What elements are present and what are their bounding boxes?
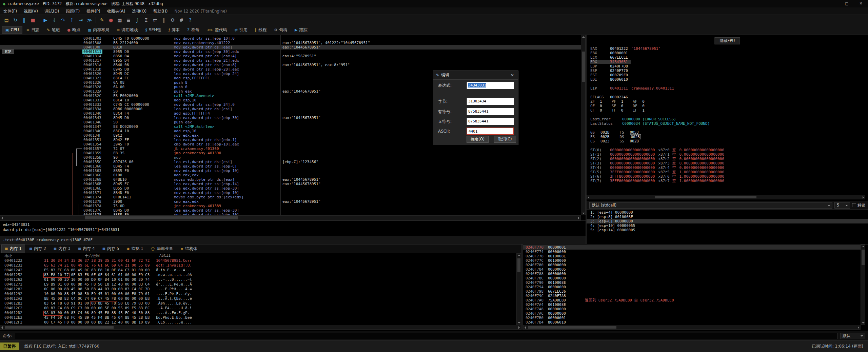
stack-row[interactable]: 0240F77C00100000 [523, 258, 865, 263]
disasm-row[interactable]: 0040137C8D45 D0lea eax,dword ptr ss:[ebp… [0, 208, 581, 213]
disasm-row[interactable]: 004013118955 D0mov dword ptr ss:[ebp-30]… [0, 50, 581, 54]
register-edi[interactable]: EDI80006010 [590, 77, 631, 82]
dump-row[interactable]: 004012F200 C7 45 F0 00 00 00 00 B8 22 12… [0, 320, 521, 325]
dump-tab-watch-1[interactable]: ◉监视 1 [123, 245, 147, 253]
disasm-row[interactable]: 0040137839D0cmp eax,edxeax:"10445678951" [0, 199, 581, 204]
unlock-checkbox-wrap[interactable]: 解锁 [852, 203, 865, 208]
stack-row[interactable]: 0240F7A075ADDE8D返回到 user32.75ADDE8D 自 us… [523, 298, 865, 302]
stack-horizontal-scrollbar[interactable] [523, 325, 861, 330]
pause-icon[interactable]: ‖ [20, 16, 28, 24]
command-profile-select[interactable]: 默认 [840, 333, 865, 339]
tab-threads[interactable]: ∥线程 [252, 26, 270, 34]
expression-input[interactable]: 34343031 [467, 82, 514, 89]
disasm-row[interactable]: 004013638B55 F0mov edx,dword ptr ss:[ebp… [0, 169, 581, 173]
dump-tab-memory-5[interactable]: ▦内存 5 [99, 245, 123, 253]
tab-source[interactable]: <>源代码 [203, 26, 230, 34]
command-input[interactable] [15, 333, 837, 339]
stack-row[interactable]: 0240F77000000001 [523, 245, 865, 250]
arg-row[interactable]: 1: [esp+4] 0000000D [587, 210, 868, 215]
tab-script[interactable]: ƒ脚本 [165, 26, 183, 34]
disasm-row[interactable]: 0040135772 07jb crakmeeasy.401360 [0, 146, 581, 151]
step-out-icon[interactable]: ↑ [67, 16, 76, 24]
calculator-icon[interactable]: # [177, 16, 186, 24]
stack-row[interactable]: 0240F7780010008E [523, 254, 865, 258]
disasm-vertical-scrollbar[interactable] [581, 35, 586, 215]
register-st2[interactable]: ST(2)00000000000000000000x87r2空0.0000000… [590, 157, 727, 161]
stack-row[interactable]: 0240F7B480006010 [523, 320, 865, 325]
menu-file[interactable]: 文件(F) [0, 7, 20, 15]
stack-vertical-scrollbar[interactable] [861, 245, 865, 325]
dump-tab-memory-2[interactable]: ▦内存 2 [26, 245, 50, 253]
memory-map-icon[interactable]: ▦ [115, 16, 124, 24]
disasm-row[interactable]: 0040137A75 0Djne crakmeeasy.401389 [0, 204, 581, 208]
disasm-row[interactable]: 0040136E8D55 D0lea edx,dword ptr ss:[ebp… [0, 186, 581, 191]
dump-tab-locals[interactable]: {}局部变量 [147, 245, 177, 253]
menu-options[interactable]: 选项(O) [129, 7, 150, 15]
dump-row[interactable]: 00401242E5 83 EC 68 8B 45 0C 83 F8 10 0F… [0, 268, 521, 273]
disasm-row[interactable]: 00401359EB 35jmp crakmeeasy.401390 [0, 151, 581, 155]
register-st7[interactable]: ST(7)3FFF8000000000000000x87r7空1.0000000… [590, 179, 727, 183]
tab-seh[interactable]: §SEH链 [142, 26, 164, 34]
stack-row[interactable]: 0240F7A800000000 [523, 307, 865, 311]
register-eip[interactable]: EIP00401311crakmeeasy.00401311 [590, 86, 677, 91]
arg-row[interactable]: 3: [esp+C] 00000000 [587, 219, 868, 223]
dump-row[interactable]: 004012820C 00 00 8B 45 08 50 E8 AA 03 00… [0, 287, 521, 292]
menu-trace[interactable]: 跟踪(T) [62, 7, 83, 15]
flags-row[interactable]: ZF1PF1AF0 [590, 99, 657, 104]
stack-row[interactable]: 0240F78400000005 [523, 267, 865, 272]
stack-row[interactable]: 0240F7A40010008E [523, 302, 865, 307]
stack-pane[interactable]: 0240F770000000010240F774000000000240F778… [523, 245, 865, 330]
stack-row[interactable]: 0240F7900010008E [523, 280, 865, 285]
register-st1[interactable]: ST(1)00000000000000000000x87r1空0.0000000… [590, 152, 727, 157]
register-edx[interactable]: EDX34343031 [590, 60, 631, 64]
patch-icon[interactable]: ✎ [98, 16, 106, 24]
disasm-row[interactable]: 004013718B4D F0mov ecx,dword ptr ss:[ebp… [0, 191, 581, 195]
register-last-error[interactable]: LastError00000000 (ERROR_SUCCESS) [590, 117, 679, 121]
disasm-row[interactable]: 0040130F8B10mov edx,dword ptr ds:[eax]ea… [0, 45, 581, 50]
log-icon[interactable]: ≣ [124, 16, 133, 24]
disasm-row[interactable]: 004013178955 D4mov dword ptr ss:[ebp-2C]… [0, 58, 581, 63]
arg-row[interactable]: 4: [esp+10] 00000055 [587, 223, 868, 228]
register-st3[interactable]: ST(3)00000000000000000000x87r3空0.0000000… [590, 161, 727, 165]
disasm-row[interactable]: 0040135C8D7426 00lea esi,dword ptr ds:[e… [0, 160, 581, 164]
dump-row[interactable]: 0040122231 30 34 34 35 36 37 38 39 35 31… [0, 258, 521, 263]
register-st0[interactable]: ST(0)00000000000000000000x87r0空0.0000000… [590, 148, 727, 152]
register-ebx[interactable]: EBX00000001 [590, 51, 631, 55]
stack-row[interactable]: 0240F78C00000000 [523, 276, 865, 280]
disasm-row[interactable]: 0040137F8B55 F0mov edx,dword ptr ss:[ebp… [0, 213, 581, 215]
memory-dump-pane[interactable]: ▦内存 1▦内存 2▦内存 3▦内存 4▦内存 5◉监视 1{}局部变量≡结构体… [0, 245, 521, 330]
dump-row[interactable]: 0040125283 F8 10 77 0E 83 F8 0F 0F 84 61… [0, 273, 521, 277]
unsigned-input[interactable]: 875835441 [467, 118, 514, 125]
disasm-row[interactable]: 004013740FBE1411movsx edx,byte ptr ds:[e… [0, 195, 581, 199]
register-st4[interactable]: ST(4)00000000000000000000x87r4空0.0000000… [590, 165, 727, 170]
dump-vertical-scrollbar[interactable] [516, 253, 521, 325]
registers-pane[interactable]: 隐藏FPU EAX00401222"10445678951"EBX0000000… [587, 35, 868, 195]
restart-icon[interactable]: ↻ [11, 16, 20, 24]
segment-row[interactable]: GS002BFS0053 [590, 130, 652, 135]
run-to-user-code-icon[interactable]: ⇥ [76, 16, 85, 24]
disasm-row[interactable]: 0040135B90nop [0, 155, 581, 160]
register-last-status[interactable]: LastStatusC0000034 (STATUS_OBJECT_NAME_N… [590, 121, 712, 126]
register-st5[interactable]: ST(5)3FFF8000000000000000x87r5空1.0000000… [590, 170, 727, 174]
dump-horizontal-scrollbar[interactable] [0, 325, 521, 330]
args-count-select[interactable]: 5 [834, 202, 850, 209]
bytes-input[interactable]: 31303434 [467, 98, 514, 105]
register-ecx[interactable]: ECX667EECEE [590, 55, 631, 60]
stack-row[interactable]: 0240F7B000000001 [523, 316, 865, 320]
stack-row[interactable]: 0240F77400000000 [523, 250, 865, 254]
disasm-row[interactable]: 0040131A8B40 08mov eax,dword ptr ds:[eax… [0, 63, 581, 67]
registers-horizontal-scrollbar[interactable] [587, 195, 865, 199]
register-eax[interactable]: EAX00401222"10445678951" [590, 46, 663, 51]
dump-row[interactable]: 004012E245 F4 50 68 FC 45 89 45 F4 8B 45… [0, 315, 521, 320]
dump-row[interactable]: 0040129210 00 00 8B 45 08 50 E9 45 01 00… [0, 292, 521, 296]
dialog-close-button[interactable]: ✕ [509, 73, 515, 78]
animate-icon[interactable]: ≫ [85, 16, 94, 24]
dump-row[interactable]: 0040126201 00 00 3D 10 00 00 D0 0F 84 10… [0, 277, 521, 282]
tab-references[interactable]: ⇄引用 [231, 26, 251, 34]
dump-tab-struct[interactable]: ≡结构体 [177, 245, 200, 253]
stack-row[interactable]: 0240F79C0240F7A8 [523, 294, 865, 298]
signed-input[interactable]: 875835441 [467, 108, 514, 115]
threads-icon[interactable]: ∥ [159, 16, 168, 24]
hide-fpu-button[interactable]: 隐藏FPU [715, 37, 740, 44]
menu-view[interactable]: 视图(V) [20, 7, 41, 15]
